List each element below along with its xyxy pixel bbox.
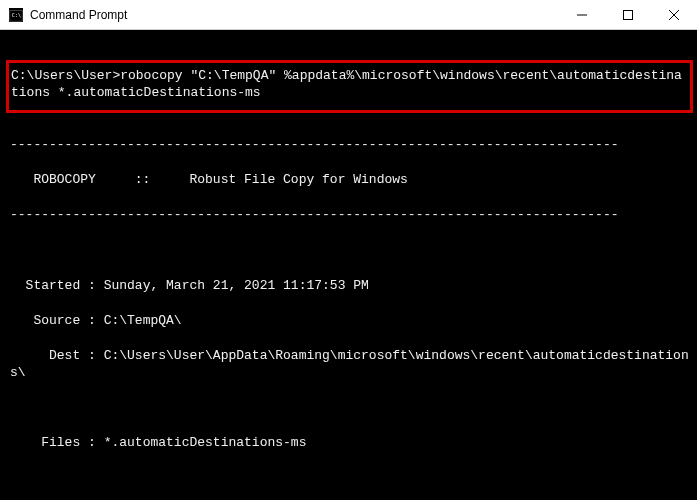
maximize-button[interactable] [605, 0, 651, 30]
close-button[interactable] [651, 0, 697, 30]
dest-label: Dest : [10, 348, 104, 363]
svg-rect-4 [624, 10, 633, 19]
dest-value: C:\Users\User\AppData\Roaming\microsoft\… [10, 348, 689, 381]
started-line: Started : Sunday, March 21, 2021 11:17:5… [10, 277, 693, 295]
blank-line [10, 470, 693, 488]
dest-line: Dest : C:\Users\User\AppData\Roaming\mic… [10, 347, 693, 382]
files-value: *.automaticDestinations-ms [104, 435, 307, 450]
prompt: C:\Users\User> [11, 68, 120, 83]
window-title: Command Prompt [30, 8, 559, 22]
cmd-icon: C:\ [8, 7, 24, 23]
dash-line: ----------------------------------------… [10, 136, 693, 154]
files-line: Files : *.automaticDestinations-ms [10, 434, 693, 452]
dash-line: ----------------------------------------… [10, 206, 693, 224]
source-line: Source : C:\TempQA\ [10, 312, 693, 330]
blank-line [10, 399, 693, 417]
terminal-output[interactable]: C:\Users\User>robocopy "C:\TempQA" %appd… [0, 30, 697, 500]
started-value: Sunday, March 21, 2021 11:17:53 PM [104, 278, 369, 293]
source-value: C:\TempQA\ [104, 313, 182, 328]
svg-text:C:\: C:\ [12, 11, 21, 17]
source-label: Source : [10, 313, 104, 328]
command-highlight: C:\Users\User>robocopy "C:\TempQA" %appd… [6, 60, 693, 113]
started-label: Started : [10, 278, 104, 293]
titlebar: C:\ Command Prompt [0, 0, 697, 30]
robocopy-header: ROBOCOPY :: Robust File Copy for Windows [10, 171, 693, 189]
minimize-button[interactable] [559, 0, 605, 30]
files-label: Files : [10, 435, 104, 450]
blank-line [10, 241, 693, 259]
